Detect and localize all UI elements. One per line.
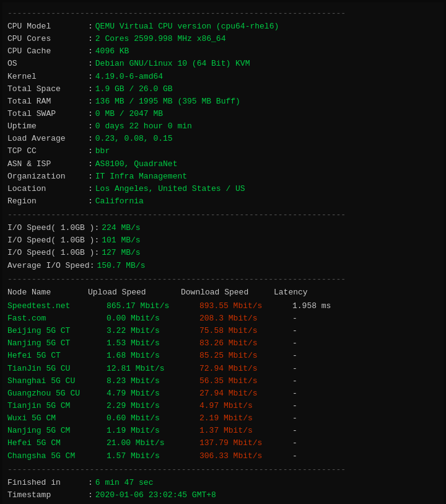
sysinfo-value: 0.23, 0.08, 0.15 [95,133,173,145]
sysinfo-row: Total Space : 1.9 GB / 26.0 GB [7,83,439,95]
net-upload: 2.29 Mbit/s [107,400,199,412]
net-row: Changsha 5G CM 1.57 Mbit/s 306.33 Mbit/s… [7,450,439,462]
net-download: 85.25 Mbit/s [199,350,292,362]
net-latency: - [292,400,297,412]
footer-colon: : [88,477,93,489]
net-latency: - [292,312,297,325]
footer-label: Timestamp [7,489,88,502]
sysinfo-label: OS [7,58,88,70]
net-node: Nanjing 5G CT [7,337,107,350]
sysinfo-value: 2 Cores 2599.998 MHz x86_64 [95,33,226,45]
sysinfo-row: Total RAM : 136 MB / 1995 MB (395 MB Buf… [7,95,439,108]
sysinfo-value: AS8100, QuadraNet [95,158,178,170]
sysinfo-colon: : [88,33,93,45]
io-label: I/O Speed( 1.0GB ) [7,247,94,259]
sysinfo-value: 1.9 GB / 26.0 GB [95,83,173,95]
net-node: Fast.com [7,312,107,325]
io-label: I/O Speed( 1.0GB ) [7,234,94,247]
sysinfo-row: Organization : IT Infra Management [7,170,439,183]
footer-row: Finished in : 6 min 47 sec [7,477,439,489]
net-header-upload: Upload Speed [88,286,181,299]
net-header-download: Download Speed [181,286,274,299]
net-download: 137.79 Mbit/s [199,437,292,449]
net-download: 75.58 Mbit/s [199,325,292,337]
sysinfo-colon: : [88,158,93,170]
net-upload: 1.68 Mbit/s [107,350,199,362]
net-download: 1.37 Mbit/s [199,425,292,437]
sysinfo-label: ASN & ISP [7,158,88,170]
footer-value: 2020-01-06 23:02:45 GMT+8 [95,489,216,502]
net-upload: 0.00 Mbit/s [107,312,199,325]
net-node: Hefei 5G CT [7,350,107,362]
net-download: 2.19 Mbit/s [199,412,292,425]
footer-label: Results [7,502,88,504]
io-colon: : [90,260,95,272]
sysinfo-label: TCP CC [7,145,88,157]
net-download: 72.94 Mbit/s [199,363,292,375]
net-row: Hefei 5G CM 21.00 Mbit/s 137.79 Mbit/s - [7,437,439,449]
io-colon: : [94,247,99,259]
net-download: 4.97 Mbit/s [199,400,292,412]
net-node: Hefei 5G CM [7,437,107,449]
io-row: I/O Speed( 1.0GB ) : 224 MB/s [7,222,439,234]
footer-label: Finished in [7,477,88,489]
net-row: TianJin 5G CU 12.81 Mbit/s 72.94 Mbit/s … [7,363,439,375]
sysinfo-value: 4.19.0-6-amd64 [95,71,163,83]
net-header-node: Node Name [7,286,88,299]
net-upload: 1.53 Mbit/s [107,337,199,350]
sysinfo-value: California [95,195,144,208]
sysinfo-label: CPU Model [7,20,88,33]
sysinfo-colon: : [88,183,93,195]
divider-io-top: ----------------------------------------… [7,210,439,219]
net-latency: - [292,450,297,462]
net-upload: 8.23 Mbit/s [107,375,199,387]
sysinfo-colon: : [88,195,93,208]
sysinfo-value: 0 days 22 hour 0 min [95,120,192,133]
footer-value: 6 min 47 sec [95,477,154,489]
sysinfo-value: Los Angeles, United States / US [95,183,245,195]
io-row: Average I/O Speed : 150.7 MB/s [7,260,439,272]
net-node: TianJin 5G CU [7,363,107,375]
sysinfo-row: OS : Debian GNU/Linux 10 (64 Bit) KVM [7,58,439,70]
sysinfo-row: CPU Cache : 4096 KB [7,45,439,58]
divider-net-top: ----------------------------------------… [7,275,439,284]
divider-top: ----------------------------------------… [7,9,439,18]
net-upload: 3.22 Mbit/s [107,325,199,337]
net-row: Wuxi 5G CM 0.60 Mbit/s 2.19 Mbit/s - [7,412,439,425]
net-download: 893.55 Mbit/s [199,300,292,312]
net-node: Wuxi 5G CM [7,412,107,425]
sysinfo-label: Uptime [7,120,88,133]
sysinfo-row: Kernel : 4.19.0-6-amd64 [7,71,439,83]
net-row: Fast.com 0.00 Mbit/s 208.3 Mbit/s - [7,312,439,325]
net-row: Beijing 5G CT 3.22 Mbit/s 75.58 Mbit/s - [7,325,439,337]
sysinfo-label: Region [7,195,88,208]
net-latency: - [292,425,297,437]
sysinfo-value: 0 MB / 2047 MB [95,108,163,120]
net-row: Tianjin 5G CM 2.29 Mbit/s 4.97 Mbit/s - [7,400,439,412]
io-label: Average I/O Speed [7,260,90,272]
net-download: 306.33 Mbit/s [199,450,292,462]
sysinfo-row: Location : Los Angeles, United States / … [7,183,439,195]
sysinfo-label: Total Space [7,83,88,95]
footer-section: Finished in : 6 min 47 sec Timestamp : 2… [7,477,439,504]
io-value: 101 MB/s [102,234,140,247]
sysinfo-colon: : [88,95,93,108]
io-colon: : [94,222,99,234]
sysinfo-row: CPU Model : QEMU Virtual CPU version (cp… [7,20,439,33]
net-node: Tianjin 5G CM [7,400,107,412]
net-download: 27.94 Mbit/s [199,387,292,400]
sysinfo-colon: : [88,58,93,70]
sysinfo-row: Load Average : 0.23, 0.08, 0.15 [7,133,439,145]
sysinfo-colon: : [88,170,93,183]
net-row: Nanjing 5G CM 1.19 Mbit/s 1.37 Mbit/s - [7,425,439,437]
sysinfo-row: Total SWAP : 0 MB / 2047 MB [7,108,439,120]
footer-colon: : [88,489,93,502]
sysinfo-colon: : [88,133,93,145]
terminal: ----------------------------------------… [2,2,444,504]
sysinfo-label: Load Average [7,133,88,145]
net-download: 208.3 Mbit/s [199,312,292,325]
footer-row: Timestamp : 2020-01-06 23:02:45 GMT+8 [7,489,439,502]
net-node: Beijing 5G CT [7,325,107,337]
sysinfo-row: CPU Cores : 2 Cores 2599.998 MHz x86_64 [7,33,439,45]
sysinfo-colon: : [88,45,93,58]
